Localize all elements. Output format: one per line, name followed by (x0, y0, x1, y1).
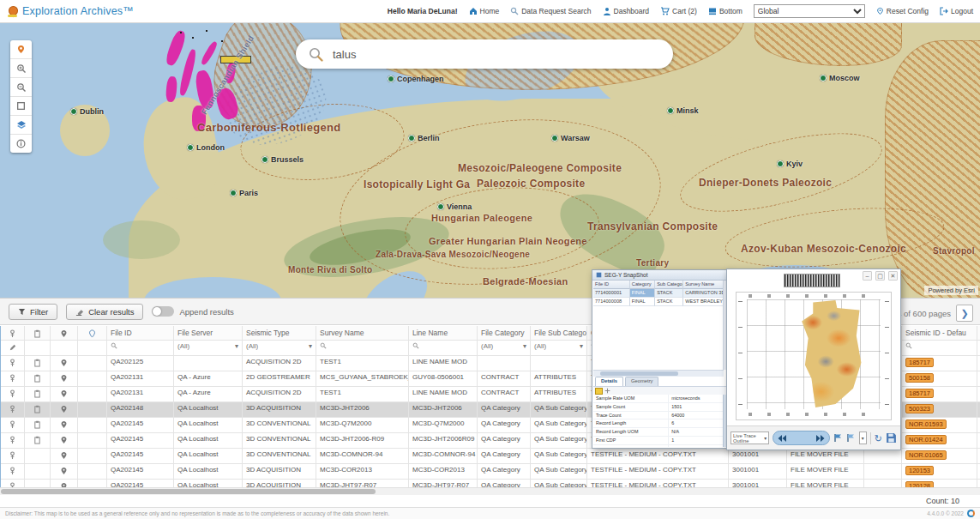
table-cell[interactable] (25, 387, 51, 401)
refresh-button[interactable]: ↻ (875, 432, 882, 444)
table-cell[interactable] (25, 449, 51, 463)
table-cell[interactable] (25, 433, 51, 448)
layers-button[interactable] (10, 116, 32, 135)
segy-snapshot-titlebar[interactable]: SEG-Y SnapShot (592, 270, 729, 281)
nav-cart[interactable]: Cart (2) (660, 7, 697, 15)
save-button[interactable] (886, 432, 897, 444)
table-cell[interactable] (51, 387, 78, 401)
table-cell[interactable] (25, 418, 51, 432)
basemap-plot[interactable] (736, 292, 892, 420)
filter-cell[interactable]: (All)▾ (243, 341, 316, 355)
tab-details[interactable]: Details (595, 377, 623, 386)
options-dropdown[interactable]: ▾ (859, 431, 867, 444)
map-marker-filled-icon[interactable] (60, 420, 68, 431)
table-cell[interactable] (78, 418, 107, 432)
column-header-seismic-id-defau[interactable]: Seismic ID - Defau (902, 326, 977, 340)
pin-icon[interactable] (9, 389, 16, 400)
map-city-marker[interactable]: Berlin (408, 134, 440, 142)
scrollbar-thumb[interactable] (1, 489, 376, 494)
table-cell[interactable] (51, 371, 78, 386)
flag-next-button[interactable] (846, 433, 856, 443)
filter-cell[interactable] (902, 341, 977, 355)
filter-cell[interactable] (1, 341, 25, 355)
table-cell[interactable] (78, 356, 107, 371)
column-filter-dropdown[interactable]: (All)▾ (177, 342, 238, 350)
pin-icon[interactable] (9, 436, 16, 446)
snapshot-column-header[interactable]: File ID (593, 281, 630, 289)
snapshot-row[interactable]: 7714000008FINALSTACKWEST BRADLEY 3D (593, 298, 724, 306)
map-marker-filled-icon[interactable] (60, 451, 68, 462)
map-city-marker[interactable]: Minsk (667, 106, 699, 115)
maximize-button[interactable]: ▢ (875, 271, 885, 281)
column-search-icon[interactable] (111, 343, 117, 351)
table-cell[interactable] (1, 449, 25, 463)
map-city-marker[interactable]: Warsaw (551, 134, 590, 142)
map-marker-filled-icon[interactable] (60, 374, 68, 384)
zoom-in-button[interactable] (10, 59, 32, 78)
extent-box-button[interactable] (10, 97, 32, 116)
column-header-file-server[interactable]: File Server (174, 326, 243, 340)
tab-geometry[interactable]: Geometry (625, 377, 658, 386)
filter-cell[interactable]: (All)▾ (174, 341, 243, 355)
zoom-out-button[interactable] (10, 78, 32, 97)
map-marker-filled-icon[interactable] (60, 359, 68, 369)
table-cell[interactable] (1, 418, 25, 432)
map-city-marker[interactable]: Kyiv (777, 160, 803, 168)
map-marker-filled-icon[interactable] (60, 436, 68, 446)
table-cell[interactable] (1, 356, 25, 371)
map-city-marker[interactable]: London (187, 143, 225, 152)
map-city-marker[interactable]: Copenhagen (388, 75, 444, 83)
skip-back-button[interactable] (777, 434, 787, 443)
column-header-survey-name[interactable]: Survey Name (316, 326, 409, 340)
table-cell[interactable] (78, 464, 107, 479)
map-marker-filled-icon[interactable] (60, 389, 68, 400)
search-input[interactable]: talus (333, 48, 356, 61)
pin-icon[interactable] (9, 451, 16, 462)
column-header-file-id[interactable]: File ID (107, 326, 174, 340)
table-cell[interactable] (78, 371, 107, 386)
filter-cell[interactable]: (All)▾ (478, 341, 531, 355)
table-cell[interactable] (1, 371, 25, 386)
nav-home[interactable]: Home (469, 7, 500, 15)
clipboard-icon[interactable] (33, 405, 41, 415)
table-cell[interactable] (1, 402, 25, 417)
clipboard-icon[interactable] (33, 359, 41, 369)
clipboard-icon[interactable] (33, 436, 41, 446)
table-cell[interactable] (78, 449, 107, 463)
table-cell[interactable] (78, 402, 107, 417)
export-icon[interactable] (595, 388, 603, 395)
column-header-file-sub-category[interactable]: File Sub Category (531, 326, 587, 340)
horizontal-scrollbar[interactable] (0, 487, 980, 495)
snapshot-column-header[interactable]: Category (630, 281, 655, 289)
header-map-marker-filled-cell[interactable] (51, 326, 78, 340)
logout-button[interactable]: Logout (940, 7, 973, 15)
column-search-icon[interactable] (412, 343, 419, 351)
table-cell[interactable] (51, 433, 78, 448)
map-city-marker[interactable]: Dublin (70, 107, 104, 116)
minimize-button[interactable]: – (863, 271, 872, 281)
add-icon[interactable] (604, 388, 610, 394)
snapshot-column-header[interactable]: Survey Name (683, 281, 724, 289)
filter-button[interactable]: Filter (9, 304, 57, 320)
column-filter-dropdown[interactable]: (All)▾ (481, 342, 526, 350)
trace-outline-select[interactable]: Live Trace Outline▾ (730, 431, 769, 444)
pin-icon[interactable] (9, 420, 16, 431)
filter-cell[interactable] (316, 341, 409, 355)
pin-icon[interactable] (9, 467, 16, 477)
default-extent-button[interactable] (10, 40, 32, 59)
clipboard-icon[interactable] (33, 420, 41, 431)
append-results-toggle[interactable]: Append results (152, 306, 233, 317)
region-select[interactable]: Global (754, 4, 865, 18)
pin-icon[interactable] (9, 359, 16, 369)
close-button[interactable]: ✕ (888, 271, 898, 281)
toggle-track[interactable] (152, 306, 174, 317)
column-header-file-category[interactable]: File Category (478, 326, 531, 340)
map-city-marker[interactable]: Brussels (262, 155, 304, 164)
filter-cell[interactable] (409, 341, 478, 355)
table-row[interactable]: QA202145QA Localhost3D ACQUISITIONMC3D-C… (1, 464, 980, 480)
table-cell[interactable] (25, 356, 51, 371)
table-cell[interactable] (1, 464, 25, 479)
reset-config-button[interactable]: Reset Config (876, 7, 929, 15)
table-cell[interactable] (51, 464, 78, 479)
header-pin-cell[interactable] (1, 326, 25, 340)
